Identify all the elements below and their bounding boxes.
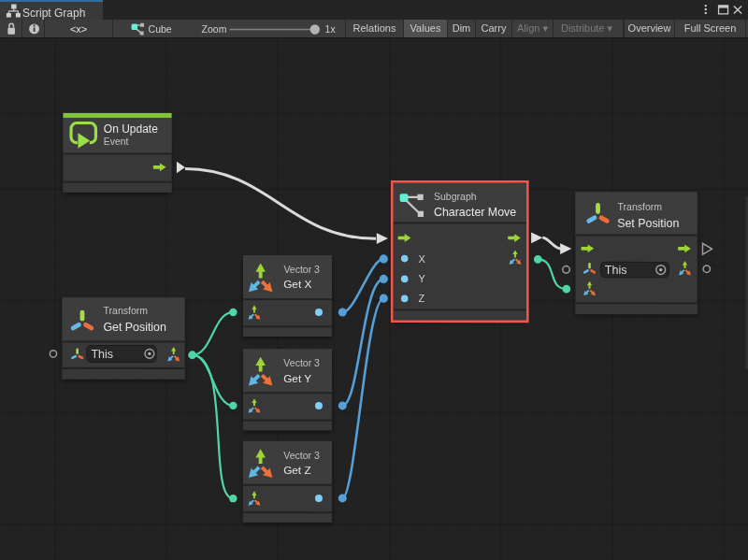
- svg-text:Y: Y: [418, 273, 425, 284]
- svg-text:Transform: Transform: [618, 201, 663, 212]
- svg-text:X: X: [419, 253, 426, 265]
- svg-text:Event: Event: [104, 136, 129, 147]
- svg-text:This: This: [605, 264, 627, 277]
- svg-text:This: This: [91, 348, 113, 361]
- svg-text:Get X: Get X: [283, 278, 311, 291]
- svg-text:Set Position: Set Position: [617, 217, 679, 230]
- svg-text:Cube: Cube: [149, 23, 172, 35]
- svg-text:Subgraph: Subgraph: [434, 191, 477, 202]
- svg-text:On Update: On Update: [104, 122, 158, 136]
- svg-text:Z: Z: [418, 293, 424, 304]
- svg-text:Get Y: Get Y: [283, 372, 311, 385]
- svg-text:Transform: Transform: [104, 305, 149, 316]
- svg-text:Character Move: Character Move: [434, 206, 516, 219]
- svg-text:<x>: <x>: [70, 23, 87, 35]
- svg-text:Zoom: Zoom: [202, 23, 227, 35]
- svg-text:Get Z: Get Z: [283, 464, 311, 477]
- svg-text:1x: 1x: [325, 23, 337, 35]
- svg-text:Vector 3: Vector 3: [283, 450, 320, 461]
- svg-text:Get Position: Get Position: [103, 321, 166, 334]
- svg-text:Vector 3: Vector 3: [283, 357, 320, 368]
- svg-text:Vector 3: Vector 3: [283, 264, 320, 275]
